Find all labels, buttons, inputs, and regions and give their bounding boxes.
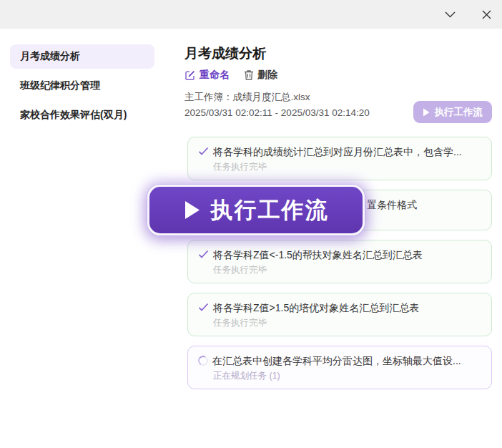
check-icon xyxy=(198,147,209,156)
window-body: 月考成绩分析 班级纪律积分管理 家校合作效果评估(双月) 月考成绩分析 重命名 xyxy=(0,29,502,448)
action-row: 重命名 删除 xyxy=(184,69,502,82)
sidebar-item-monthly-exam-analysis[interactable]: 月考成绩分析 xyxy=(10,44,154,69)
task-text: 在汇总表中创建各学科平均分雷达图，坐标轴最大值设... xyxy=(212,354,461,369)
task-status: 任务执行完毕 xyxy=(213,160,481,174)
task-status: 任务执行完毕 xyxy=(213,316,481,330)
execute-workflow-button[interactable]: 执行工作流 xyxy=(413,101,493,123)
rename-button[interactable]: 重命名 xyxy=(184,69,230,82)
delete-button[interactable]: 删除 xyxy=(244,69,277,82)
rename-label: 重命名 xyxy=(200,69,230,82)
task-text: 将各学科Z值<-1.5的帮扶对象姓名汇总到汇总表 xyxy=(213,248,423,263)
execute-workflow-label: 执行工作流 xyxy=(435,106,483,119)
execute-workflow-overlay-button[interactable]: 执行工作流 xyxy=(147,185,365,235)
chevron-down-icon xyxy=(445,11,456,18)
sidebar-item-label: 月考成绩分析 xyxy=(20,50,80,63)
close-button[interactable] xyxy=(472,1,501,27)
task-text: 将各学科的成绩统计汇总到对应月份汇总表中，包含学... xyxy=(213,145,462,160)
task-card[interactable]: 将各学科Z值<-1.5的帮扶对象姓名汇总到汇总表 任务执行完毕 xyxy=(187,240,492,283)
trash-icon xyxy=(244,69,254,81)
execute-workflow-overlay-label: 执行工作流 xyxy=(211,195,329,225)
titlebar xyxy=(0,0,502,29)
play-icon xyxy=(184,200,201,220)
sidebar-item-label: 家校合作效果评估(双月) xyxy=(20,109,127,122)
task-card[interactable]: 在汇总表中创建各学科平均分雷达图，坐标轴最大值设... 正在规划任务 (1) xyxy=(187,346,492,389)
check-icon xyxy=(198,250,209,259)
task-status: 任务执行完毕 xyxy=(213,263,481,277)
sidebar-item-class-discipline-points[interactable]: 班级纪律积分管理 xyxy=(10,74,154,98)
task-status: 正在规划任务 (1) xyxy=(213,369,481,383)
sidebar: 月考成绩分析 班级纪律积分管理 家校合作效果评估(双月) xyxy=(0,29,177,448)
check-icon xyxy=(198,303,209,312)
sidebar-item-home-school-evaluation[interactable]: 家校合作效果评估(双月) xyxy=(10,103,154,127)
task-text: 置条件格式 xyxy=(367,198,417,213)
play-icon xyxy=(423,108,430,117)
task-card[interactable]: 将各学科Z值>1.5的培优对象姓名汇总到汇总表 任务执行完毕 xyxy=(187,293,492,336)
task-card[interactable]: 将各学科的成绩统计汇总到对应月份汇总表中，包含学... 任务执行完毕 xyxy=(187,137,492,180)
page-title: 月考成绩分析 xyxy=(184,44,502,63)
edit-pencil-icon xyxy=(184,69,196,81)
task-text: 将各学科Z值>1.5的培优对象姓名汇总到汇总表 xyxy=(213,301,419,316)
close-icon xyxy=(482,10,491,19)
minimize-button[interactable] xyxy=(435,1,464,27)
spinner-icon xyxy=(198,354,210,366)
task-list: 将各学科的成绩统计汇总到对应月份汇总表中，包含学... 任务执行完毕 置条件格式… xyxy=(187,137,492,389)
sidebar-item-label: 班级纪律积分管理 xyxy=(20,79,100,92)
delete-label: 删除 xyxy=(257,69,277,82)
main-panel: 月考成绩分析 重命名 删除 xyxy=(177,29,502,448)
